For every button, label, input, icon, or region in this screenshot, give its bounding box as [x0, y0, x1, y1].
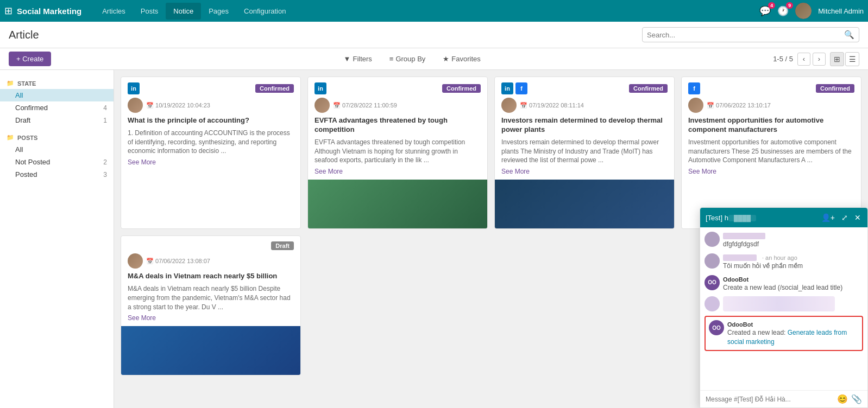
status-badge-2: Confirmed [442, 84, 481, 93]
view-toggle: ⊞ ☰ [830, 52, 859, 66]
prev-page-button[interactable]: ‹ [797, 53, 810, 66]
card-title-3: Investors remain determined to develop t… [501, 116, 668, 135]
status-badge-4: Confirmed [816, 84, 854, 93]
facebook-icon-4: f [688, 82, 700, 94]
see-more-1[interactable]: See More [128, 158, 156, 166]
nav-articles[interactable]: Articles [95, 3, 133, 20]
chat-footer: 😊 📎 [700, 390, 867, 407]
star-icon: ★ [443, 55, 449, 63]
kanban-view-button[interactable]: ⊞ [830, 52, 844, 66]
groupby-icon: ≡ [389, 55, 394, 63]
article-card-5[interactable]: Draft 📅 07/06/2022 13:08:07 M&A deals in… [121, 235, 301, 375]
toolbar-center: ▼ Filters ≡ Group By ★ Favorites [339, 53, 485, 65]
status-badge-3: Confirmed [629, 84, 668, 93]
status-badge-1: Confirmed [255, 84, 294, 93]
chat-avatar-oo-2: OO [709, 320, 724, 335]
sidebar-item-not-posted[interactable]: Not Posted 2 [0, 156, 114, 168]
sidebar-item-state-all[interactable]: All [0, 89, 114, 101]
card-date-5: 📅 07/06/2022 13:08:07 [146, 258, 210, 265]
create-button[interactable]: + Create [9, 52, 51, 66]
card-meta-1: 📅 10/19/2022 10:04:23 [128, 98, 294, 113]
page-nav: ‹ › [797, 53, 826, 66]
see-more-2[interactable]: See More [315, 168, 343, 175]
page-header: Article 🔍 [0, 22, 868, 48]
grid-icon[interactable]: ⊞ [4, 5, 12, 17]
chat-msg-text-2: Tôi muốn hỏi về phần mềm [723, 262, 863, 271]
card-title-4: Investment opportunities for automotive … [688, 116, 854, 135]
chat-msg-text-1: dfgfdgfdgsdf [723, 240, 863, 249]
sidebar-item-draft[interactable]: Draft 1 [0, 114, 114, 126]
chat-input[interactable] [706, 396, 834, 403]
card-avatar-4 [688, 98, 703, 113]
toolbar-left: + Create [9, 52, 51, 66]
avatar[interactable] [795, 3, 812, 19]
chat-avatar-1 [705, 232, 720, 247]
filters-button[interactable]: ▼ Filters [339, 53, 376, 65]
article-card-4[interactable]: f Confirmed 📅 07/06/2022 13:10:17 Invest… [681, 76, 861, 229]
card-image-3 [495, 180, 674, 228]
activity-notifications[interactable]: 🕐 9 [777, 5, 789, 17]
chat-message-1: ██████████ dfgfdgfdgsdf [705, 232, 863, 249]
state-section[interactable]: 📁 STATE [0, 76, 114, 89]
group-by-button[interactable]: ≡ Group By [385, 53, 430, 65]
attach-button[interactable]: 📎 [851, 394, 862, 404]
card-body-3: Investors remain determined to develop t… [501, 138, 668, 165]
article-card-1[interactable]: in Confirmed 📅 10/19/2022 10:04:23 What … [121, 76, 301, 229]
chat-author-1: ██████████ [723, 233, 765, 239]
card-image-2 [308, 180, 487, 228]
card-avatar-3 [501, 98, 517, 113]
chat-close-button[interactable]: ✕ [853, 212, 862, 223]
list-view-button[interactable]: ☰ [845, 52, 859, 66]
social-icons-4: f [688, 82, 700, 94]
chat-msg-text-3: Create a new lead (/social_lead lead tit… [723, 283, 863, 292]
see-more-4[interactable]: See More [688, 168, 716, 175]
posts-section[interactable]: 📁 POSTS [0, 131, 114, 143]
card-body-2: EVFTA advantages threatened by tough com… [315, 138, 481, 165]
sidebar-item-posted[interactable]: Posted 3 [0, 168, 114, 181]
social-icons-2: in [315, 82, 326, 94]
see-more-3[interactable]: See More [501, 168, 530, 175]
nav-pages[interactable]: Pages [201, 3, 236, 20]
linkedin-icon-3: in [501, 82, 513, 94]
chat-msg-text-5: Created a new lead: Generate leads from … [727, 328, 859, 347]
cards-grid: in Confirmed 📅 10/19/2022 10:04:23 What … [121, 76, 861, 229]
chat-header-actions: 👤+ ⤢ ✕ [820, 212, 862, 223]
sidebar-item-confirmed[interactable]: Confirmed 4 [0, 101, 114, 114]
card-body-5: M&A deals in Vietnam reach nearly $5 bil… [128, 284, 294, 311]
article-card-2[interactable]: in Confirmed 📅 07/28/2022 11:00:59 EVFTA… [307, 76, 488, 229]
card-avatar-2 [315, 98, 330, 113]
search-input[interactable] [647, 31, 844, 39]
folder-icon: 📁 [7, 80, 14, 87]
chat-message-2: ████████ · an hour ago Tôi muốn hỏi về p… [705, 253, 863, 271]
filter-icon: ▼ [344, 55, 351, 63]
chat-add-user-button[interactable]: 👤+ [820, 212, 836, 223]
article-card-3[interactable]: in f Confirmed 📅 07/19/2022 08:11:14 Inv… [494, 76, 675, 229]
chat-avatar-oo-1: OO [705, 275, 720, 290]
chat-expand-button[interactable]: ⤢ [840, 212, 849, 223]
chat-blurred-msg [723, 296, 835, 311]
user-name[interactable]: Mitchell Admin [818, 7, 864, 15]
pagination-info: 1-5 / 5 [773, 55, 793, 63]
chat-message-3: OO OdooBot Create a new lead (/social_le… [705, 275, 863, 292]
favorites-button[interactable]: ★ Favorites [438, 53, 485, 65]
card-title-5: M&A deals in Vietnam reach nearly $5 bil… [128, 272, 294, 281]
nav-configuration[interactable]: Configuration [236, 3, 293, 20]
sidebar: 📁 STATE All Confirmed 4 Draft 1 📁 POSTS … [0, 70, 114, 408]
linkedin-icon-2: in [315, 82, 326, 94]
card-avatar-1 [128, 98, 143, 113]
sidebar-item-posts-all[interactable]: All [0, 143, 114, 156]
chat-notifications[interactable]: 💬 4 [759, 5, 771, 17]
nav-posts[interactable]: Posts [133, 3, 166, 20]
card-title-2: EVFTA advantages threatened by tough com… [315, 116, 481, 135]
nav-notice[interactable]: Notice [166, 3, 201, 20]
search-icon[interactable]: 🔍 [844, 30, 854, 40]
posts-folder-icon: 📁 [7, 134, 14, 141]
emoji-button[interactable]: 😊 [837, 394, 848, 404]
nav-menu: Articles Posts Notice Pages Configuratio… [95, 3, 293, 20]
card-date-2: 📅 07/28/2022 11:00:59 [333, 102, 397, 109]
social-icons-3: in f [501, 82, 527, 94]
topnav-right: 💬 4 🕐 9 Mitchell Admin [759, 3, 864, 19]
card-date-3: 📅 07/19/2022 08:11:14 [520, 102, 584, 109]
see-more-5[interactable]: See More [128, 314, 156, 322]
next-page-button[interactable]: › [813, 53, 826, 66]
